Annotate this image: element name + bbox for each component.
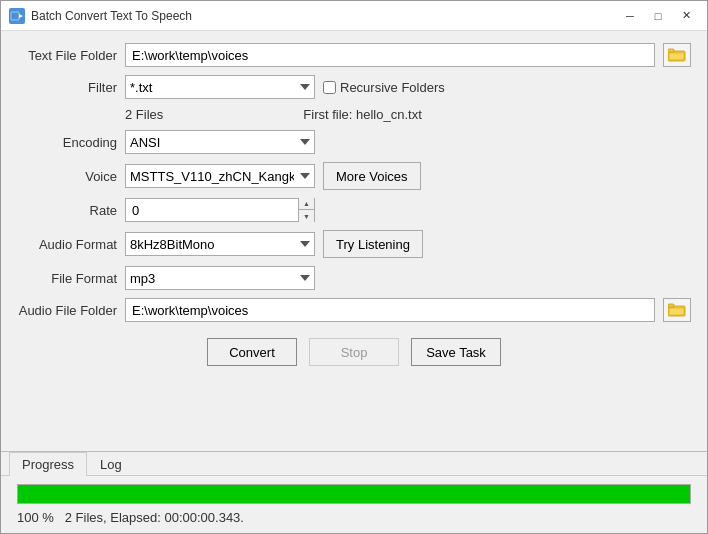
save-task-button[interactable]: Save Task xyxy=(411,338,501,366)
encoding-label: Encoding xyxy=(17,135,117,150)
maximize-button[interactable]: □ xyxy=(645,6,671,26)
svg-marker-1 xyxy=(19,14,23,18)
file-count: 2 Files xyxy=(125,107,163,122)
filter-label: Filter xyxy=(17,80,117,95)
tab-progress-label: Progress xyxy=(22,457,74,472)
file-format-row: File Format mp3 wav ogg xyxy=(17,266,691,290)
progress-bar xyxy=(18,485,690,503)
audio-file-folder-label: Audio File Folder xyxy=(17,303,117,318)
folder-open-icon-2 xyxy=(668,303,686,317)
rate-input-container: ▲ ▼ xyxy=(125,198,315,222)
encoding-select[interactable]: ANSI UTF-8 Unicode xyxy=(125,130,315,154)
text-file-folder-input[interactable] xyxy=(125,43,655,67)
voice-select[interactable]: MSTTS_V110_zhCN_KangkangM MSTTS_V110_enU… xyxy=(125,164,315,188)
stop-button: Stop xyxy=(309,338,399,366)
try-listening-button[interactable]: Try Listening xyxy=(323,230,423,258)
text-file-folder-browse-button[interactable] xyxy=(663,43,691,67)
audio-file-folder-row: Audio File Folder xyxy=(17,298,691,322)
audio-file-folder-input[interactable] xyxy=(125,298,655,322)
progress-detail: 2 Files, Elapsed: 00:00:00.343. xyxy=(65,510,244,525)
rate-up-button[interactable]: ▲ xyxy=(298,198,314,210)
title-bar: Batch Convert Text To Speech ─ □ ✕ xyxy=(1,1,707,31)
close-button[interactable]: ✕ xyxy=(673,6,699,26)
tab-log[interactable]: Log xyxy=(87,452,135,476)
filter-row: Filter *.txt *.csv *.xml Recursive Folde… xyxy=(17,75,691,99)
main-window: Batch Convert Text To Speech ─ □ ✕ Text … xyxy=(0,0,708,534)
encoding-row: Encoding ANSI UTF-8 Unicode xyxy=(17,130,691,154)
recursive-folders-label[interactable]: Recursive Folders xyxy=(323,80,445,95)
voice-row: Voice MSTTS_V110_zhCN_KangkangM MSTTS_V1… xyxy=(17,162,691,190)
text-file-folder-row: Text File Folder xyxy=(17,43,691,67)
recursive-folders-checkbox[interactable] xyxy=(323,81,336,94)
progress-bar-container xyxy=(17,484,691,504)
progress-text: 100 % 2 Files, Elapsed: 00:00:00.343. xyxy=(17,510,691,525)
convert-button[interactable]: Convert xyxy=(207,338,297,366)
tabs-bar: Progress Log xyxy=(1,452,707,476)
tab-progress[interactable]: Progress xyxy=(9,452,87,476)
audio-format-label: Audio Format xyxy=(17,237,117,252)
file-format-label: File Format xyxy=(17,271,117,286)
rate-spinner: ▲ ▼ xyxy=(298,198,314,222)
progress-section: 100 % 2 Files, Elapsed: 00:00:00.343. xyxy=(1,476,707,533)
minimize-button[interactable]: ─ xyxy=(617,6,643,26)
progress-percent: 100 % xyxy=(17,510,54,525)
tab-log-label: Log xyxy=(100,457,122,472)
svg-rect-7 xyxy=(669,308,684,315)
window-title: Batch Convert Text To Speech xyxy=(31,9,617,23)
audio-format-row: Audio Format 8kHz8BitMono 16kHz16BitMono… xyxy=(17,230,691,258)
text-file-folder-label: Text File Folder xyxy=(17,48,117,63)
rate-row: Rate ▲ ▼ xyxy=(17,198,691,222)
more-voices-button[interactable]: More Voices xyxy=(323,162,421,190)
file-format-select[interactable]: mp3 wav ogg xyxy=(125,266,315,290)
window-controls: ─ □ ✕ xyxy=(617,6,699,26)
rate-input[interactable] xyxy=(126,199,298,221)
form-area: Text File Folder Filter *.txt *.csv *.xm… xyxy=(1,31,707,451)
first-file: First file: hello_cn.txt xyxy=(303,107,422,122)
rate-down-button[interactable]: ▼ xyxy=(298,210,314,222)
svg-rect-6 xyxy=(668,304,674,307)
svg-rect-0 xyxy=(11,12,19,20)
audio-file-folder-browse-button[interactable] xyxy=(663,298,691,322)
bottom-section: Progress Log 100 % 2 Files, Elapsed: 00:… xyxy=(1,451,707,533)
rate-label: Rate xyxy=(17,203,117,218)
voice-label: Voice xyxy=(17,169,117,184)
audio-format-select[interactable]: 8kHz8BitMono 16kHz16BitMono 22kHz16BitMo… xyxy=(125,232,315,256)
action-buttons-row: Convert Stop Save Task xyxy=(17,338,691,366)
app-icon xyxy=(9,8,25,24)
svg-rect-4 xyxy=(669,53,684,60)
svg-rect-3 xyxy=(668,49,674,52)
folder-open-icon xyxy=(668,48,686,62)
recursive-folders-text: Recursive Folders xyxy=(340,80,445,95)
filter-select[interactable]: *.txt *.csv *.xml xyxy=(125,75,315,99)
file-info-row: 2 Files First file: hello_cn.txt xyxy=(17,107,691,122)
